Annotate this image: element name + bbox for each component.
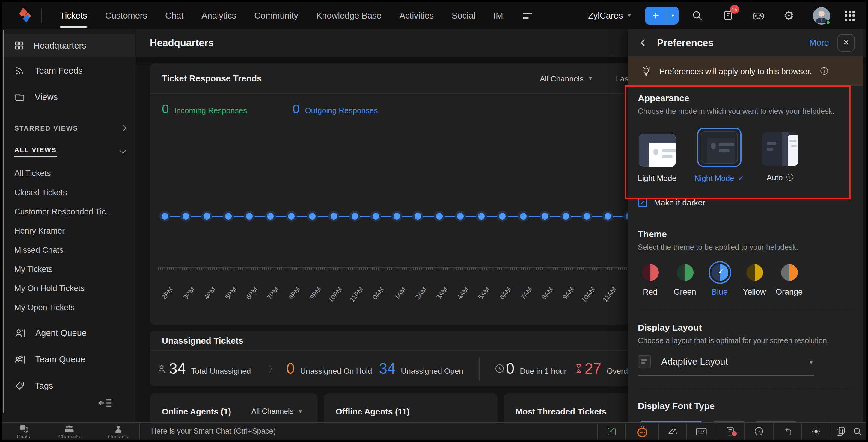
keyboard-shortcuts-icon[interactable] <box>687 423 716 440</box>
module-tab[interactable]: Knowledge Base <box>307 2 391 29</box>
chart-x-tick-label: 4AM <box>456 286 470 301</box>
sidebar-item-tags[interactable]: Tags <box>2 373 135 399</box>
brightness-icon[interactable] <box>802 423 830 440</box>
module-tab[interactable]: Community <box>245 2 307 29</box>
preferences-header: Preferences More ✕ <box>628 29 863 57</box>
chart-data-point <box>330 213 337 219</box>
theme-heading: Theme <box>638 229 854 239</box>
theme-color-option[interactable]: ✓ Orange <box>777 261 802 297</box>
release-notes-icon[interactable]: 15 <box>721 9 734 22</box>
theme-section: Theme Select the theme to be applied to … <box>638 229 854 310</box>
sidebar-item-team-feeds[interactable]: Team Feeds <box>2 58 135 84</box>
night-mode-option[interactable]: Night Mode✓ <box>694 128 744 183</box>
chart-data-point <box>183 213 189 219</box>
appearance-section: Appearance Choose the mode in which you … <box>638 93 854 207</box>
topbar-divider <box>41 8 42 23</box>
org-name: ZylCares <box>588 11 623 20</box>
view-list-item[interactable]: My On Hold Tickets <box>2 279 135 298</box>
theme-color-option[interactable]: ✓ Green <box>673 261 697 297</box>
theme-color-option[interactable]: ✓ Red <box>638 261 662 297</box>
clipboard-and-zoom-icons[interactable] <box>830 423 866 440</box>
channels-tab[interactable]: Channels <box>58 423 80 440</box>
chart-x-tick-label: 6AM <box>498 286 512 301</box>
sidebar-item-team-queue[interactable]: Team Queue <box>2 346 135 373</box>
preferences-body: Appearance Choose the mode in which you … <box>628 86 863 440</box>
chart-data-point <box>204 213 210 219</box>
unassigned-card-header: Unassigned Tickets <box>150 331 637 350</box>
back-icon[interactable] <box>640 39 648 46</box>
zia-translate-icon[interactable]: ZA <box>659 423 687 440</box>
contacts-tab[interactable]: Contacts <box>108 423 128 440</box>
module-tab[interactable]: Tickets <box>51 2 96 29</box>
unassigned-tickets-card: Unassigned Tickets 34 Total Unassigned 0… <box>150 331 637 386</box>
feedback-notes-icon[interactable] <box>716 423 745 440</box>
theme-color-option[interactable]: ✓ Yellow <box>742 261 767 297</box>
chart-x-tick-label: 3AM <box>435 286 449 301</box>
quick-create-button[interactable]: + ▼ <box>645 7 679 25</box>
module-tab[interactable]: IM <box>484 2 512 29</box>
close-icon: ✕ <box>843 38 849 47</box>
sidebar-item-headquarters[interactable]: Headquarters <box>2 34 135 58</box>
reply-icon[interactable] <box>774 423 802 440</box>
info-icon[interactable]: ⓘ <box>820 66 828 77</box>
module-tab[interactable]: Customers <box>96 2 156 29</box>
more-modules-icon[interactable] <box>523 13 533 18</box>
gamescope-icon[interactable] <box>752 9 765 22</box>
close-button[interactable]: ✕ <box>837 34 855 51</box>
chart-data-point <box>457 213 464 219</box>
app-launcher-icon[interactable] <box>845 10 855 21</box>
info-icon[interactable]: ⓘ <box>786 172 794 183</box>
user-avatar[interactable] <box>813 7 830 24</box>
appearance-subtitle: Choose the mode in which you want to vie… <box>638 107 854 115</box>
all-views-section[interactable]: ALL VIEWS <box>2 146 135 157</box>
queues-group: Agent Queue Team Queue Tags <box>2 320 135 399</box>
chevron-right-icon <box>120 125 126 132</box>
light-mode-option[interactable]: Light Mode <box>638 134 677 183</box>
zia-assistant-icon[interactable] <box>626 423 659 440</box>
stat-total-unassigned: 34 Total Unassigned <box>169 360 251 377</box>
auto-mode-thumbnail <box>762 132 799 166</box>
chart-x-tick-label: 2AM <box>414 286 428 301</box>
sidebar-scrollbar[interactable] <box>3 30 4 413</box>
make-it-darker-checkbox[interactable]: ✓ Make it darker <box>638 198 854 207</box>
chart-data-point <box>541 213 548 219</box>
zoho-desk-logo-icon[interactable] <box>16 7 34 25</box>
screenshot-stage: Tickets Customers Chat Analytics Communi… <box>0 0 868 442</box>
view-list-item[interactable]: My Tickets <box>2 260 135 279</box>
settings-gear-icon[interactable]: ⚙ <box>782 9 796 22</box>
sidebar-item-label: Views <box>35 92 58 102</box>
org-switcher[interactable]: ZylCares ▼ <box>588 11 632 20</box>
mode-options: Light Mode Night Mode✓ <box>638 128 854 183</box>
smart-chat-input[interactable] <box>150 427 597 436</box>
tasks-check-icon[interactable] <box>598 423 626 440</box>
theme-color-option[interactable]: ✓ Blue <box>707 261 732 297</box>
chart-x-tick-label: 5PM <box>224 286 238 301</box>
chart-x-tick-label: 10AM <box>580 286 596 303</box>
module-tab[interactable]: Chat <box>156 2 192 29</box>
view-list-item[interactable]: Missed Chats <box>2 241 135 260</box>
chart-data-point <box>436 213 442 219</box>
chats-tab[interactable]: Chats <box>17 423 30 440</box>
lightbulb-icon <box>642 66 651 77</box>
online-agents-channel-filter[interactable]: All Channels ▼ <box>251 407 303 416</box>
starred-views-section[interactable]: STARRED VIEWS <box>2 125 135 132</box>
layout-select[interactable]: Adaptive Layout ▼ <box>638 355 814 376</box>
module-tab[interactable]: Analytics <box>192 2 245 29</box>
auto-mode-option[interactable]: Autoⓘ <box>762 132 799 183</box>
collapse-sidebar-icon[interactable] <box>99 398 112 408</box>
recent-clock-icon[interactable] <box>745 423 774 440</box>
module-tab[interactable]: Social <box>443 2 484 29</box>
module-tab[interactable]: Activities <box>391 2 443 29</box>
chart-x-tick-label: 4PM <box>203 286 217 301</box>
agent-queue-icon <box>14 327 26 339</box>
view-list-item[interactable]: Customer Responded Tic... <box>2 202 135 222</box>
sidebar-item-views[interactable]: Views <box>2 84 135 110</box>
chart-data-point <box>309 213 316 219</box>
search-icon[interactable] <box>690 9 704 22</box>
view-list-item[interactable]: Henry Kramer <box>2 222 135 241</box>
view-list-item[interactable]: All Tickets <box>2 164 135 183</box>
sidebar-item-agent-queue[interactable]: Agent Queue <box>2 320 135 346</box>
view-list-item[interactable]: Closed Tickets <box>2 183 135 202</box>
more-button[interactable]: More <box>809 38 829 47</box>
view-list-item[interactable]: My Open Tickets <box>2 298 135 317</box>
